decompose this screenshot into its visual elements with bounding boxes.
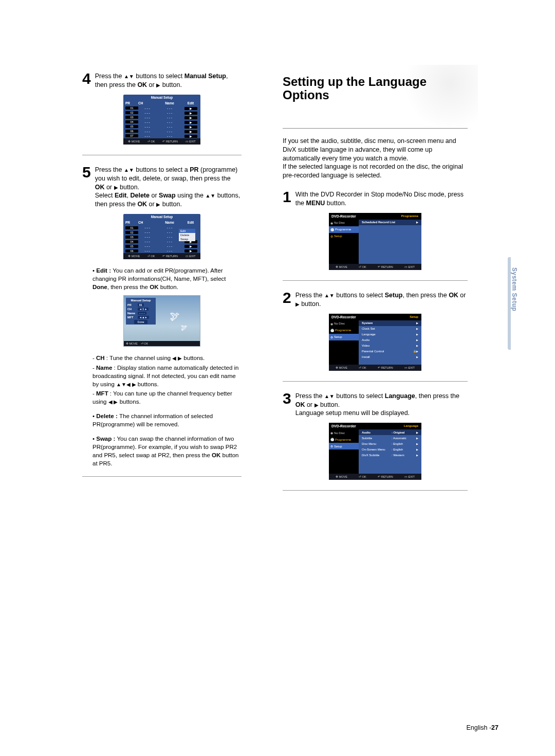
table-row: 01- - -- - -▶ <box>123 106 200 111</box>
up-down-icon: ▲▼ <box>205 193 215 199</box>
col-edit: Edit <box>183 101 198 105</box>
table-row: 06- - -- - -▶ <box>123 248 200 253</box>
right-icon: ▶ <box>114 185 118 190</box>
intro-text: If you set the audio, subtitle, disc men… <box>283 137 468 180</box>
left-right-icon: ◀ ▶ <box>172 355 182 361</box>
footer-page-number: 27 <box>491 724 498 731</box>
step-text: Press the ▲▼ buttons to select a PR (pro… <box>95 166 242 209</box>
sidebar-setup: ⚙ Setup <box>329 443 359 449</box>
sidebar-setup: ⚙ Setup <box>329 334 359 340</box>
step-4: 4 Press the ▲▼ buttons to select Manual … <box>82 72 242 89</box>
osd-programme-menu: DVD-RecorderProgramme ◉ No Disc 🕘 Progra… <box>329 213 421 270</box>
osd-footer: ✥ MOVE ⏎ OK ↶ RETURN ▭ EXIT <box>123 253 200 259</box>
step-text: Press the ▲▼ buttons to select Manual Se… <box>95 72 242 89</box>
step-number: 4 <box>82 71 91 89</box>
table-row: 05- - -- - -▶ <box>123 244 200 248</box>
menu-item: DivX Subtitle: Western▶ <box>359 452 421 458</box>
osd-tag: Programme <box>401 214 418 218</box>
separator <box>283 490 468 491</box>
menu-item: Audio: Original▶ <box>359 429 421 435</box>
col-ch: CH <box>138 101 156 105</box>
osd-table-header: PRCHNameEdit <box>123 220 200 225</box>
disc-icon: ◉ <box>330 221 333 225</box>
menu-item: System▶ <box>359 320 421 326</box>
nav-icon: ▲▼◀ ▶ <box>116 382 136 387</box>
osd-title: DVD-Recorder <box>331 424 356 428</box>
osd-edit-panel: Manual Setup PR01 CH◄ 1 ► Name- - - - MF… <box>126 298 156 325</box>
osd-title: DVD-Recorder <box>331 315 356 319</box>
no-disc-item: ◉ No Disc <box>329 320 359 327</box>
menu-item: Scheduled Record List▶ <box>359 220 421 225</box>
sidebar-programme: 🕘 Programme <box>329 436 359 443</box>
right-icon: ▶ <box>156 202 160 207</box>
osd-manual-setup-scene: Manual Setup PR01 CH◄ 1 ► Name- - - - MF… <box>123 295 200 347</box>
right-icon: ▶ <box>184 107 197 110</box>
t: Press the <box>95 73 124 80</box>
right-icon: ▶ <box>416 221 418 224</box>
step-number: 5 <box>82 165 91 209</box>
menu-item: Subtitle: Automatic▶ <box>359 435 421 441</box>
osd-tag: Language <box>404 424 418 427</box>
osd-title: Manual Setup <box>123 214 200 220</box>
menu-item: Video▶ <box>359 343 421 349</box>
t: button. <box>160 81 182 88</box>
menu-item: Language▶ <box>359 332 421 337</box>
t: If you set the audio, subtitle, disc men… <box>283 137 456 162</box>
right-column: Setting up the Language Options If you s… <box>283 72 468 501</box>
menu-item: Disc Menu: English▶ <box>359 441 421 446</box>
osd-manual-setup-1: Manual Setup PR CH Name Edit 01- - -- - … <box>123 95 200 145</box>
t: If the selected language is not recorded… <box>283 163 463 179</box>
edit-note: • Edit : You can add or edit PR(programm… <box>82 266 242 291</box>
popup-swap: Swap <box>179 237 195 241</box>
popup-delete: Delete <box>179 233 195 237</box>
menu-item: On-Screen Menu: English▶ <box>359 446 421 452</box>
osd-title: Manual Setup <box>123 95 200 100</box>
osd-tag: Setup <box>410 315 418 318</box>
notes-block: - CH : Tune the channel using ◀ ▶ button… <box>82 354 242 467</box>
t: or <box>147 81 156 88</box>
col-name: Name <box>156 101 183 105</box>
separator <box>82 155 242 155</box>
step-5: 5 Press the ▲▼ buttons to select a PR (p… <box>82 166 242 209</box>
up-down-icon: ▲▼ <box>124 167 134 173</box>
label-manual-setup: Manual Setup <box>184 73 226 80</box>
osd-footer: ✥ MOVE ⏎ OK <box>124 341 200 346</box>
osd-footer: ✥ MOVE ⏎ OK ↶ RETURN ▭ EXIT <box>123 138 200 145</box>
right-icon: ▶ <box>314 402 319 408</box>
right-icon: ▶ <box>156 82 160 88</box>
no-disc-item: ◉ No Disc <box>329 429 359 436</box>
menu-item: Parental Control🔒▶ <box>359 349 421 354</box>
table-row: 05- - -- - -▶ <box>123 124 200 129</box>
up-down-icon: ▲▼ <box>324 293 335 298</box>
step-number: 3 <box>283 391 291 418</box>
left-column: 4 Press the ▲▼ buttons to select Manual … <box>82 72 242 501</box>
osd-footer: ✥ MOVE ⏎ OK ↶ RETURN ▭ EXIT <box>329 474 421 480</box>
step-number: 2 <box>283 290 291 309</box>
table-row: 03- - -- - -▶ <box>123 115 200 120</box>
osd-footer: ✥ MOVE ⏎ OK ↶ RETURN ▭ EXIT <box>329 365 421 371</box>
gear-icon: ⚙ <box>330 235 333 238</box>
menu-item: Audio▶ <box>359 337 421 343</box>
table-row: 07- - -- - -▶ <box>123 134 200 138</box>
osd-language-menu: DVD-RecorderLanguage ◉ No Disc 🕘 Program… <box>329 423 421 480</box>
step-2: 2 Press the ▲▼ buttons to select Setup, … <box>283 291 468 309</box>
table-row: 06- - -- - -▶ <box>123 129 200 134</box>
up-down-icon: ▲▼ <box>124 74 134 79</box>
col-pr: PR <box>125 101 138 105</box>
bird-icon: 🕊 <box>181 324 187 331</box>
sidebar-programme: 🕘 Programme <box>329 226 359 233</box>
step-number: 1 <box>283 189 291 208</box>
sidebar-programme: 🕘 Programme <box>329 327 359 334</box>
page-footer: English -27 <box>466 724 498 731</box>
menu-item: Clock Set▶ <box>359 326 421 332</box>
separator <box>82 476 242 477</box>
left-right-icon: ◀ ▶ <box>108 399 118 405</box>
table-row: 04- - -- - -▶ <box>123 120 200 124</box>
osd-table-header: PR CH Name Edit <box>123 100 200 106</box>
osd-setup-menu: DVD-RecorderSetup ◉ No Disc 🕘 Programme … <box>329 314 421 371</box>
bird-icon: 🕊 <box>170 311 179 322</box>
table-row: 02- - -- - -▶ <box>123 111 200 115</box>
step-1: 1 With the DVD Recorder in Stop mode/No … <box>283 190 468 208</box>
clock-icon: 🕘 <box>330 228 334 231</box>
side-tab: System Setup <box>511 267 518 311</box>
